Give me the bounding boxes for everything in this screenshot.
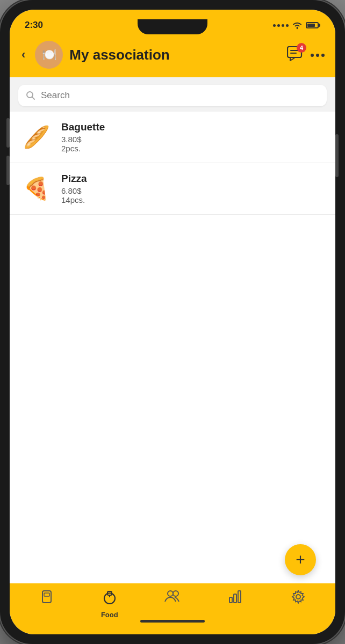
svg-point-3 — [311, 54, 314, 57]
page-header: ‹ 🍽️ My association 4 — [10, 36, 335, 77]
power-button — [335, 134, 339, 177]
item-count: 14pcs. — [61, 195, 325, 204]
more-options-button[interactable] — [311, 50, 325, 60]
search-icon — [26, 91, 35, 100]
avatar: 🍽️ — [35, 41, 63, 69]
home-indicator — [140, 620, 205, 623]
item-list: 🥖 Baguette 3.80$ 2pcs. 🍕 Pizza 6.80$ 14p… — [10, 112, 335, 583]
svg-rect-17 — [238, 591, 241, 603]
svg-rect-15 — [229, 597, 232, 603]
food-label: Food — [101, 611, 118, 619]
notification-button[interactable]: 4 — [287, 46, 303, 63]
ellipsis-icon — [311, 53, 325, 57]
header-actions: 4 — [287, 46, 325, 63]
list-item[interactable]: 🍕 Pizza 6.80$ 14pcs. — [10, 163, 335, 215]
settings-icon — [291, 590, 305, 608]
svg-line-7 — [32, 97, 35, 100]
svg-point-5 — [321, 54, 325, 57]
item-image-pizza: 🍕 — [20, 175, 53, 202]
svg-rect-16 — [234, 594, 236, 603]
item-count: 2pcs. — [61, 144, 325, 153]
item-name: Baguette — [61, 121, 325, 133]
battery-icon — [306, 22, 320, 28]
wifi-icon — [292, 21, 303, 30]
nav-item-food[interactable]: Food — [78, 590, 141, 619]
bottom-navigation: Food — [10, 583, 335, 634]
item-price: 6.80$ — [61, 186, 325, 195]
nav-item-stats[interactable] — [204, 590, 267, 608]
signal-dots — [273, 24, 289, 27]
status-time: 2:30 — [25, 20, 43, 31]
item-image-baguette: 🥖 — [20, 124, 53, 151]
item-info-pizza: Pizza 6.80$ 14pcs. — [61, 173, 325, 204]
search-container — [10, 77, 335, 112]
svg-point-14 — [173, 591, 178, 596]
item-info-baguette: Baguette 3.80$ 2pcs. — [61, 121, 325, 153]
search-input[interactable] — [41, 90, 319, 101]
back-button[interactable]: ‹ — [18, 46, 28, 64]
drinks-icon — [40, 590, 54, 609]
svg-point-4 — [316, 54, 319, 57]
notch — [138, 19, 207, 34]
svg-point-18 — [296, 595, 300, 599]
list-item[interactable]: 🥖 Baguette 3.80$ 2pcs. — [10, 112, 335, 163]
fab-container: + — [285, 544, 316, 575]
stats-icon — [228, 590, 242, 608]
item-price: 3.80$ — [61, 135, 325, 144]
phone-frame: 2:30 — [0, 0, 345, 644]
svg-rect-9 — [44, 593, 49, 596]
add-item-button[interactable]: + — [285, 544, 316, 575]
phone-screen: 2:30 — [10, 10, 335, 634]
status-icons — [273, 21, 320, 30]
page-title: My association — [69, 47, 281, 63]
item-name: Pizza — [61, 173, 325, 185]
nav-item-settings[interactable] — [267, 590, 330, 608]
nav-item-people[interactable] — [141, 590, 204, 606]
content-area: 🥖 Baguette 3.80$ 2pcs. 🍕 Pizza 6.80$ 14p… — [10, 77, 335, 583]
notification-badge: 4 — [297, 43, 306, 53]
svg-point-13 — [168, 591, 173, 596]
food-icon — [102, 590, 117, 609]
people-icon — [164, 590, 181, 606]
nav-item-drinks[interactable] — [15, 590, 78, 609]
search-box[interactable] — [18, 85, 327, 106]
